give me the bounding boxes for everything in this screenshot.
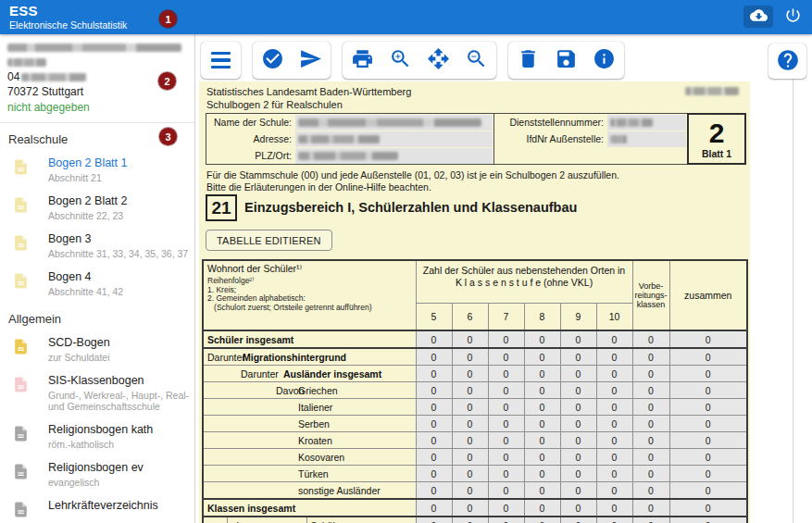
table-cell-value: 0 — [488, 366, 524, 382]
section-title: Einzugsbereich I, Schülerzahlen und Klas… — [244, 200, 577, 215]
table-row: DarunterMigrationshintergrund00000000 — [203, 348, 747, 366]
info-button[interactable] — [585, 43, 623, 78]
zoom-out-button[interactable] — [457, 43, 495, 78]
power-icon — [784, 6, 802, 27]
sidebar-item-subtitle: Grund-, Werkreal-, Haupt-, Real- und Gem… — [48, 390, 189, 412]
table-cell-value: 0 — [452, 399, 488, 416]
table-cell-value: 0 — [632, 482, 669, 500]
sidebar-item[interactable]: Bogen 4Abschnitte 41, 42 — [0, 265, 194, 303]
table-row-label: DavonGriechen — [203, 382, 416, 399]
logout-power-button[interactable] — [781, 6, 805, 28]
sidebar-item-text: Religionsbogen kathröm.-katholisch — [48, 423, 153, 450]
annotation-badge-2: 2 — [158, 72, 176, 90]
sidebar-item[interactable]: Bogen 2 Blatt 2Abschnitte 22, 23 — [0, 189, 194, 227]
row-label-text: Migrationshintergrund — [243, 352, 346, 363]
phone-prefix: 04 — [7, 70, 19, 83]
table-cell-value: 0 — [560, 482, 596, 500]
send-button[interactable] — [292, 43, 330, 78]
table-cell-value: 0 — [669, 348, 747, 366]
rotated-group-label-cell: ausgelagerte Klassen³⁾ — [203, 517, 227, 523]
save-button[interactable] — [547, 43, 585, 78]
sidebar-item-subtitle: Abschnitt 21 — [48, 172, 127, 183]
students-classes-table: Wohnort der Schüler¹⁾ Reihenfolge²⁾ 1. K… — [202, 259, 748, 523]
sidebar-item[interactable]: SCD-Bogenzur Schuldatei — [0, 330, 194, 368]
table-cell-value: 0 — [452, 449, 488, 466]
check-circle-button[interactable] — [254, 43, 292, 78]
sidebar-item-title: SCD-Bogen — [48, 336, 110, 349]
dienststellennummer-value — [607, 115, 686, 131]
table-cell-value: 0 — [632, 366, 669, 382]
table-cell-value: 0 — [669, 366, 747, 382]
sidebar-item-text: Religionsbogen evevangelisch — [48, 461, 144, 488]
sidebar-item[interactable]: Lehrkräfteverzeichnis — [0, 493, 194, 523]
app-subtitle: Elektronische Schulstatistik — [9, 19, 127, 31]
table-cell-value: 0 — [596, 366, 632, 382]
table-cell-value: 0 — [560, 499, 596, 517]
help-icon — [776, 48, 800, 75]
print-button[interactable] — [344, 43, 381, 78]
table-cell-value: 0 — [452, 348, 488, 366]
content-right-divider — [793, 47, 793, 523]
document-icon — [12, 156, 30, 178]
school-fields-right: Dienststellennummer: IfdNr Außenstelle: — [494, 114, 687, 164]
address-value — [295, 131, 493, 147]
document-icon — [12, 194, 30, 216]
sidebar-item[interactable]: Bogen 3Abschnitte 31, 33, 34, 35, 36, 37 — [0, 227, 194, 265]
table-cell-value: 0 — [560, 416, 596, 432]
help-button[interactable] — [768, 44, 806, 79]
table-row: Kroaten00000000 — [203, 432, 747, 449]
table-cell-value: 0 — [560, 449, 596, 466]
table-cell-value: 0 — [669, 416, 747, 432]
move-button[interactable] — [419, 43, 457, 78]
sidebar-item-subtitle: Abschnitte 31, 33, 34, 35, 36, 37 — [48, 248, 188, 259]
table-cell-value: 0 — [524, 482, 560, 500]
table-row-label: Serben — [203, 416, 416, 432]
table-cell-value: 0 — [416, 348, 452, 366]
table-cell-value: 0 — [596, 330, 632, 348]
group-row-label: Schüler — [306, 517, 416, 523]
table-cell-value: 0 — [524, 449, 560, 466]
document-icon — [12, 499, 30, 520]
row-label-text: Serben — [298, 418, 330, 430]
sidebar-item[interactable]: Religionsbogen evevangelisch — [0, 455, 194, 493]
row-label-text: Klassen insgesamt — [207, 503, 295, 514]
cloud-download-button[interactable] — [743, 6, 773, 28]
table-cell-value: 0 — [632, 432, 669, 449]
table-cell-value: 0 — [416, 432, 452, 449]
table-row-label: Kosovaren — [203, 449, 416, 466]
table-cell-value: 0 — [452, 330, 488, 348]
klassenstufe-line2: K l a s s e n s t u f e (ohne VKL) — [417, 277, 632, 289]
menu-button[interactable] — [202, 43, 240, 78]
table-cell-value: 0 — [488, 466, 524, 482]
sidebar-item-subtitle: zur Schuldatei — [48, 352, 110, 363]
row-label-text: Türken — [298, 468, 329, 479]
edit-table-button[interactable]: TABELLE EDITIEREN — [206, 230, 332, 251]
zoom-in-icon — [389, 47, 412, 73]
zoom-in-button[interactable] — [381, 43, 419, 78]
table-row: Serben00000000 — [203, 416, 747, 432]
sidebar-item-title: Lehrkräfteverzeichnis — [48, 499, 158, 512]
class-column-header: 7 — [488, 304, 524, 331]
instruction-line1: Für die Stammschule (00) und jede Außens… — [206, 169, 619, 181]
table-row: sonstige Ausländer00000000 — [203, 482, 747, 500]
sidebar-item-text: Bogen 4Abschnitte 41, 42 — [48, 270, 123, 297]
sidebar-item-title: Bogen 4 — [48, 270, 123, 283]
table-cell-value: 0 — [596, 399, 632, 416]
row-label-prefix: Davon — [276, 385, 298, 396]
table-header-wohnort: Wohnort der Schüler¹⁾ Reihenfolge²⁾ 1. K… — [203, 260, 416, 330]
trash-button[interactable] — [509, 43, 547, 78]
sidebar-item-text: SCD-Bogenzur Schuldatei — [48, 336, 110, 363]
sidebar-item[interactable]: Bogen 2 Blatt 1Abschnitt 21 — [0, 151, 194, 189]
menu-icon — [211, 52, 231, 69]
sidebar-item[interactable]: SIS-KlassenbogenGrund-, Werkreal-, Haupt… — [0, 368, 194, 417]
table-cell-value: 0 — [452, 416, 488, 432]
table-cell-value: 0 — [524, 382, 560, 399]
row-label-text: Italiener — [298, 402, 332, 413]
table-cell-value: 0 — [560, 432, 596, 449]
table-cell-value: 0 — [560, 348, 596, 366]
sidebar-item[interactable]: Religionsbogen kathröm.-katholisch — [0, 417, 194, 455]
sidebar-sections: RealschuleBogen 2 Blatt 1Abschnitt 21Bog… — [0, 123, 194, 523]
table-cell-value: 0 — [524, 499, 560, 517]
document-icon — [12, 232, 30, 254]
toolbar-group — [201, 42, 241, 79]
